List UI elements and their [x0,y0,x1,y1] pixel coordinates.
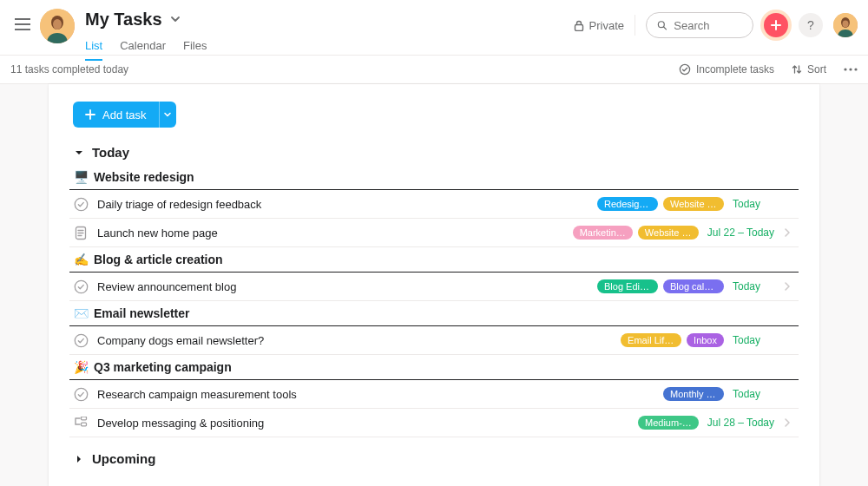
group-emoji: 🎉 [73,360,89,374]
task-row[interactable]: Daily triage of redesign feedbackRedesig… [69,190,799,219]
separator [635,15,635,36]
menu-button[interactable] [10,12,35,36]
task-row[interactable]: Research campaign measurement toolsMonth… [69,380,799,409]
tab-files[interactable]: Files [183,39,207,61]
group-header[interactable]: 🎉Q3 marketing campaign [69,357,799,380]
details-chevron-icon[interactable] [779,417,795,428]
search-icon [657,19,667,31]
group-header[interactable]: ✉️Email newsletter [69,303,799,326]
group-emoji: 🖥️ [73,170,89,184]
page-title: My Tasks [85,7,162,31]
tag[interactable]: Website L… [663,197,724,211]
svg-rect-17 [81,417,86,420]
svg-point-10 [849,68,852,70]
svg-point-9 [844,68,846,70]
task-tags: Medium-… [638,416,699,430]
global-add-button[interactable] [764,13,788,37]
svg-point-14 [75,280,87,292]
svg-point-7 [843,21,849,28]
due-date[interactable]: Today [733,334,774,346]
tab-list[interactable]: List [85,39,102,61]
task-name: Develop messaging & positioning [97,417,631,430]
lock-icon [574,20,584,31]
sheet-toolbar: Add task [49,93,819,140]
svg-rect-3 [575,24,582,30]
project-icon [73,225,89,240]
chevron-down-icon [169,13,181,25]
sort-icon [792,64,802,75]
complete-checkbox[interactable] [73,279,89,294]
privacy-indicator[interactable]: Private [574,19,624,32]
task-name: Launch new home page [97,227,566,240]
group-emoji: ✍️ [73,253,89,266]
group-title: Q3 marketing campaign [94,360,232,374]
more-icon [844,68,858,71]
group-title: Blog & article creation [94,253,223,266]
user-menu-avatar[interactable] [833,13,858,37]
due-date[interactable]: Jul 22 – Today [707,227,774,239]
group-title: Email newsletter [94,306,190,320]
sort-button[interactable]: Sort [792,63,826,76]
group-emoji: ✉️ [73,306,89,320]
avatar[interactable] [40,9,75,43]
tag[interactable]: Blog Edit… [597,279,658,293]
tag[interactable]: Marketin… [573,226,633,240]
due-date[interactable]: Today [733,198,774,210]
task-row[interactable]: Company dogs email newsletter?Email Life… [69,326,799,355]
filter-incomplete-label: Incomplete tasks [696,63,774,76]
tag[interactable]: Blog cale… [663,279,724,293]
svg-rect-18 [81,423,86,426]
tag[interactable]: Medium-… [638,416,699,430]
tag[interactable]: Website L… [638,226,699,240]
svg-point-12 [75,198,87,210]
question-icon: ? [807,18,814,32]
add-task-button[interactable]: Add task [73,102,159,128]
tag[interactable]: Email Life… [621,333,681,347]
due-date[interactable]: Today [733,388,774,400]
task-row[interactable]: Launch new home pageMarketin…Website L…J… [69,219,799,247]
task-tags: Blog Edit…Blog cale… [597,279,724,293]
svg-point-16 [75,388,87,400]
task-row[interactable]: Develop messaging & positioningMedium-…J… [69,409,799,437]
group-header[interactable]: ✍️Blog & article creation [69,249,799,273]
add-task-dropdown[interactable] [159,102,176,128]
more-menu[interactable] [844,68,858,71]
help-button[interactable]: ? [799,13,823,37]
due-date[interactable]: Jul 28 – Today [707,417,774,429]
complete-checkbox[interactable] [73,196,89,212]
privacy-label: Private [589,19,624,32]
task-row[interactable]: Review announcement blogBlog Edit…Blog c… [69,273,799,301]
topbar-right: Private ? [574,12,858,38]
group-title: Website redesign [94,170,194,184]
task-tags: Monthly t… [663,387,724,401]
task-name: Review announcement blog [97,280,590,293]
title-block: My Tasks ListCalendarFiles [85,7,574,61]
title-dropdown[interactable] [169,13,181,25]
details-chevron-icon[interactable] [779,227,795,238]
search-box[interactable] [646,12,753,38]
section-upcoming-header[interactable]: Upcoming [49,446,819,471]
task-name: Daily triage of redesign feedback [97,198,590,211]
complete-checkbox[interactable] [73,386,89,402]
complete-checkbox[interactable] [73,332,89,348]
due-date[interactable]: Today [733,280,774,292]
section-today-title: Today [92,145,129,160]
plus-icon [770,19,782,31]
chevron-down-icon [163,110,172,119]
task-tags: Marketin…Website L… [573,226,699,240]
tag[interactable]: Inbox [687,333,724,347]
tab-calendar[interactable]: Calendar [120,39,166,61]
check-circle-icon [679,63,691,76]
group-header[interactable]: 🖥️Website redesign [69,167,799,190]
task-name: Company dogs email newsletter? [97,334,614,347]
tag[interactable]: Redesign … [597,197,658,211]
filter-incomplete[interactable]: Incomplete tasks [679,63,774,76]
caret-down-icon [73,148,85,157]
svg-point-2 [53,19,62,30]
tag[interactable]: Monthly t… [663,387,724,401]
details-chevron-icon[interactable] [779,281,795,292]
task-name: Research campaign measurement tools [97,388,656,401]
search-input[interactable] [674,19,742,32]
section-today-header[interactable]: Today [49,140,819,165]
subtask-icon [73,415,89,430]
